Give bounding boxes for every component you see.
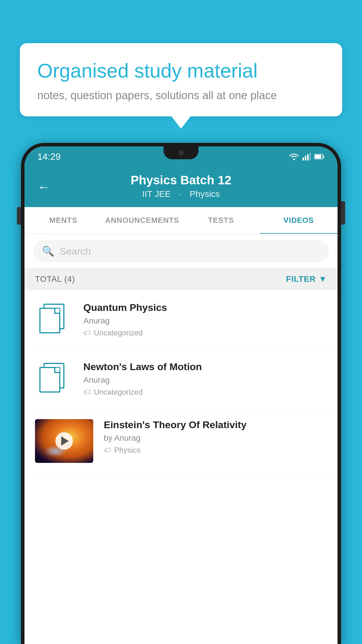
search-container: 🔍 Search — [24, 234, 338, 268]
filter-bar: TOTAL (4) FILTER ▼ — [24, 268, 338, 290]
video-author: Anurag — [83, 375, 327, 385]
tag-icon: 🏷 — [104, 446, 111, 455]
video-tag: 🏷 Uncategorized — [83, 328, 327, 337]
video-info-3: Einstein's Theory Of Relativity by Anura… — [104, 419, 327, 455]
video-list: Quantum Physics Anurag 🏷 Uncategorized — [24, 290, 338, 474]
phone-screen: 14:29 — [24, 146, 338, 644]
doc-fold — [54, 368, 59, 373]
wifi-icon — [289, 153, 299, 160]
doc-front — [39, 308, 60, 333]
video-author: by Anurag — [104, 433, 327, 443]
svg-rect-2 — [307, 154, 309, 160]
tag-label: Uncategorized — [94, 388, 143, 397]
tab-ments[interactable]: MENTS — [24, 207, 102, 234]
notch — [164, 146, 198, 159]
list-item[interactable]: Einstein's Theory Of Relativity by Anura… — [24, 409, 338, 474]
phone-frame: 14:29 — [21, 143, 341, 644]
video-thumbnail-1 — [35, 301, 73, 339]
svg-rect-6 — [315, 155, 321, 158]
filter-label: FILTER — [286, 274, 316, 284]
video-tag: 🏷 Uncategorized — [83, 388, 327, 397]
svg-rect-1 — [305, 156, 306, 160]
search-icon: 🔍 — [42, 245, 54, 257]
status-icons — [289, 153, 325, 160]
file-icon — [39, 304, 68, 336]
camera-dot — [178, 150, 184, 155]
tag-label: Physics — [114, 446, 140, 455]
video-thumbnail-3 — [35, 419, 93, 463]
bubble-title: Organised study material — [37, 59, 325, 83]
video-author: Anurag — [83, 316, 327, 326]
video-thumbnail-2 — [35, 360, 73, 398]
list-item[interactable]: Quantum Physics Anurag 🏷 Uncategorized — [24, 290, 338, 349]
back-button[interactable]: ← — [37, 180, 50, 194]
doc-front — [39, 367, 60, 393]
volume-button — [17, 207, 21, 225]
total-count: TOTAL (4) — [35, 274, 75, 284]
video-title: Quantum Physics — [83, 302, 327, 313]
tag-icon: 🏷 — [83, 328, 91, 337]
video-title: Newton's Laws of Motion — [83, 361, 327, 372]
status-time: 14:29 — [37, 151, 61, 162]
search-bar[interactable]: 🔍 Search — [33, 240, 329, 262]
power-button — [341, 201, 345, 225]
video-info-1: Quantum Physics Anurag 🏷 Uncategorized — [83, 302, 327, 337]
svg-rect-5 — [323, 155, 324, 158]
status-bar: 14:29 — [24, 146, 338, 167]
doc-fold — [54, 309, 59, 314]
header-subtitle: IIT JEE · Physics — [37, 189, 325, 199]
signal-icon — [303, 153, 311, 160]
svg-rect-3 — [310, 153, 311, 160]
speech-bubble: Organised study material notes, question… — [20, 43, 342, 116]
app-header: ← Physics Batch 12 IIT JEE · Physics — [24, 167, 338, 207]
tag-icon: 🏷 — [83, 388, 91, 397]
header-subtitle-iit: IIT JEE — [142, 189, 171, 199]
video-tag: 🏷 Physics — [104, 446, 327, 455]
header-subtitle-physics: Physics — [190, 189, 220, 199]
filter-button[interactable]: FILTER ▼ — [286, 274, 327, 284]
speech-bubble-wrapper: Organised study material notes, question… — [20, 43, 342, 116]
header-subtitle-sep: · — [179, 189, 181, 199]
play-button[interactable] — [55, 432, 73, 450]
video-title: Einstein's Theory Of Relativity — [104, 419, 327, 430]
file-icon — [39, 363, 68, 395]
play-triangle-icon — [61, 436, 69, 446]
svg-rect-0 — [303, 158, 304, 160]
list-item[interactable]: Newton's Laws of Motion Anurag 🏷 Uncateg… — [24, 349, 338, 409]
tab-announcements[interactable]: ANNOUNCEMENTS — [102, 207, 182, 234]
tabs-bar: MENTS ANNOUNCEMENTS TESTS VIDEOS — [24, 207, 338, 234]
header-title: Physics Batch 12 — [37, 173, 325, 187]
tab-tests[interactable]: TESTS — [182, 207, 260, 234]
search-placeholder: Search — [59, 246, 91, 257]
video-info-2: Newton's Laws of Motion Anurag 🏷 Uncateg… — [83, 361, 327, 397]
battery-icon — [314, 154, 325, 160]
filter-icon: ▼ — [319, 274, 327, 284]
bubble-subtitle: notes, question papers, solutions all at… — [37, 89, 325, 102]
tag-label: Uncategorized — [94, 328, 143, 337]
tab-videos[interactable]: VIDEOS — [260, 207, 338, 234]
